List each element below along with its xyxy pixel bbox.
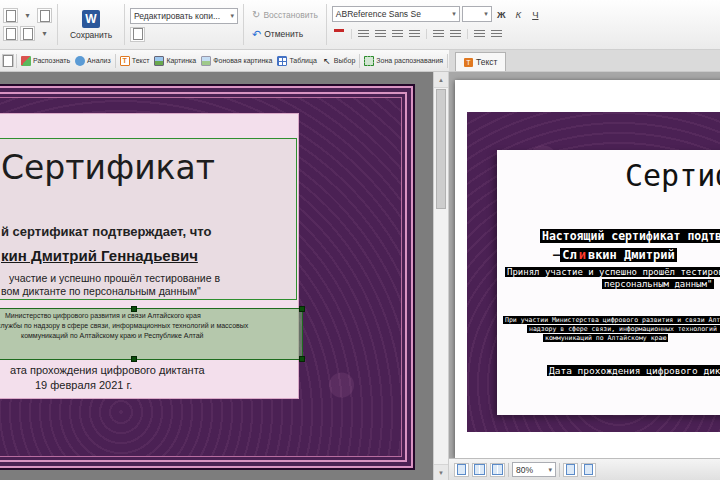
zoom-out-button[interactable] xyxy=(563,463,578,477)
finereader-window: ▾ ▾ W Сохранить Редактировать копи... ▾ xyxy=(0,0,720,480)
align-left-button[interactable] xyxy=(356,27,371,42)
undo-group: ↻ Восстановить ↶ Отменить xyxy=(246,0,324,49)
fit-width-icon xyxy=(474,464,485,475)
certificate-body-line1: участие и успешно прошёл тестирование в xyxy=(9,272,220,284)
font-color-button[interactable] xyxy=(332,27,347,42)
align-right-button[interactable] xyxy=(390,27,405,42)
bullet-list-button[interactable] xyxy=(431,27,446,42)
scroll-up-button[interactable]: ▲ xyxy=(434,72,448,88)
align-center-icon xyxy=(375,30,386,39)
tool-label: Распознать xyxy=(33,57,70,64)
recognized-subtitle[interactable]: Настоящий сертификат подтверждает, xyxy=(540,229,720,243)
fit-width-button[interactable] xyxy=(472,463,487,477)
recognized-org-line1[interactable]: При участии Министерства цифрового разви… xyxy=(503,316,720,324)
undo-button[interactable]: ↶ Отменить xyxy=(249,26,321,42)
recognized-text-pane[interactable]: Сертификат Настоящий сертификат подтверж… xyxy=(449,72,720,458)
restore-button[interactable]: ↻ Восстановить xyxy=(249,7,321,23)
tool-label: Таблица xyxy=(289,57,316,64)
tool-background-picture-zone[interactable]: Фоновая картинка xyxy=(199,51,274,70)
indent-decrease-button[interactable] xyxy=(472,27,487,42)
fit-page-button[interactable] xyxy=(454,463,469,477)
text-zone-icon: T xyxy=(120,56,130,66)
recognized-org-line2[interactable]: надзору в сфере связи, информационных те… xyxy=(527,325,720,333)
certificate-date-value: 19 февраля 2021 г. xyxy=(35,379,132,391)
open-file-icon xyxy=(40,10,50,22)
toolbar-separator xyxy=(447,54,448,68)
toolbar-separator xyxy=(467,29,468,39)
align-justify-icon xyxy=(409,30,420,39)
align-justify-button[interactable] xyxy=(407,27,422,42)
indent-increase-icon xyxy=(491,30,502,39)
restore-icon: ↻ xyxy=(252,10,260,20)
underline-button[interactable]: Ч xyxy=(528,7,543,22)
quick-save-button[interactable] xyxy=(3,26,18,41)
certificate-title: Сертификат xyxy=(1,148,215,187)
edit-copy-options-button[interactable] xyxy=(130,27,145,42)
print-icon xyxy=(23,28,33,40)
word-icon: W xyxy=(82,10,100,28)
zone-handle[interactable] xyxy=(299,356,305,362)
font-size-combo[interactable]: ▾ xyxy=(462,6,492,22)
zone-handle[interactable] xyxy=(131,356,137,362)
font-format-group: ABReference Sans Se ▾ ▾ Ж К Ч xyxy=(329,0,546,49)
zoom-in-button[interactable] xyxy=(581,463,596,477)
tool-recognition-zone[interactable]: Зона распознавания xyxy=(362,51,445,70)
indent-increase-button[interactable] xyxy=(489,27,504,42)
italic-button[interactable]: К xyxy=(511,7,526,22)
page-tool-button[interactable] xyxy=(2,54,14,67)
tool-recognize[interactable]: Распознать xyxy=(19,51,72,70)
tool-label: Картинка xyxy=(166,57,196,64)
zoom-combo[interactable]: 80% ▾ xyxy=(512,462,556,477)
original-image-pane[interactable]: Сертификат й сертификат подтверждает, чт… xyxy=(0,72,433,480)
tool-selection[interactable]: ↖ Выбор xyxy=(320,51,358,70)
recognized-body-line2[interactable]: персональным данным" xyxy=(602,279,714,289)
statusbar-separator xyxy=(559,463,560,477)
bullet-list-icon xyxy=(433,30,444,39)
toolbar-separator xyxy=(359,54,360,68)
scrollbar-thumb[interactable] xyxy=(436,89,446,209)
table-zone-icon xyxy=(277,56,287,66)
tool-picture-zone[interactable]: Картинка xyxy=(152,51,198,70)
name-part: вкин Дмитрий xyxy=(586,248,677,262)
quick-document-button[interactable] xyxy=(3,8,18,23)
quick-open-button[interactable] xyxy=(37,8,52,23)
document-icon xyxy=(6,10,16,22)
tool-table-zone[interactable]: Таблица xyxy=(275,51,318,70)
background-picture-icon xyxy=(201,56,211,66)
right-pane-tabstrip: T Текст xyxy=(449,50,720,72)
font-name-combo[interactable]: ABReference Sans Se ▾ xyxy=(332,6,460,22)
tab-text[interactable]: T Текст xyxy=(455,52,506,71)
quick-dropdown-button[interactable]: ▾ xyxy=(20,8,35,23)
recognized-page: Сертификат Настоящий сертификат подтверж… xyxy=(455,80,720,458)
recognized-org-line3[interactable]: коммуникаций по Алтайскому краю xyxy=(543,334,668,342)
zone-handle[interactable] xyxy=(299,306,305,312)
scroll-down-button[interactable]: ▼ xyxy=(434,464,448,480)
edit-copy-dropdown[interactable]: Редактировать копи... ▾ xyxy=(130,8,238,24)
vertical-scrollbar[interactable]: ▲ ▼ xyxy=(433,72,449,480)
certificate-body-line2: вом диктанте по персональным данным" xyxy=(1,285,201,297)
picture-zone-icon xyxy=(154,56,164,66)
name-part: Сл xyxy=(560,248,578,262)
save-to-word-button[interactable]: W Сохранить xyxy=(60,0,122,49)
tool-label: Фоновая картинка xyxy=(213,57,272,64)
chevron-down-icon: ▾ xyxy=(452,10,456,18)
bold-button[interactable]: Ж xyxy=(494,7,509,22)
toolbar-separator xyxy=(426,29,427,39)
settings-icon xyxy=(133,28,143,40)
save-icon xyxy=(6,28,16,40)
align-center-button[interactable] xyxy=(373,27,388,42)
recognized-holder-name[interactable]: —Сливкин Дмитрий xyxy=(553,248,677,262)
quick-print-button[interactable] xyxy=(20,26,35,41)
quick-more-button[interactable]: ▾ xyxy=(37,26,52,41)
restore-label: Восстановить xyxy=(263,10,317,20)
tool-text-zone[interactable]: T Текст xyxy=(118,51,152,70)
recognized-title[interactable]: Сертификат xyxy=(625,158,720,193)
recognized-date-label[interactable]: Дата прохождения цифрового диктанта xyxy=(547,365,720,376)
certificate-content-card: Сертификат й сертификат подтверждает, чт… xyxy=(0,114,298,398)
recognized-body-line1[interactable]: Принял участие и успешно прошёл тестиров… xyxy=(505,267,720,277)
tool-analyze[interactable]: Анализ xyxy=(73,51,113,70)
two-pages-button[interactable] xyxy=(490,463,505,477)
numbered-list-button[interactable] xyxy=(448,27,463,42)
toolbar-separator xyxy=(124,4,125,45)
chevron-down-icon: ▾ xyxy=(484,10,488,18)
